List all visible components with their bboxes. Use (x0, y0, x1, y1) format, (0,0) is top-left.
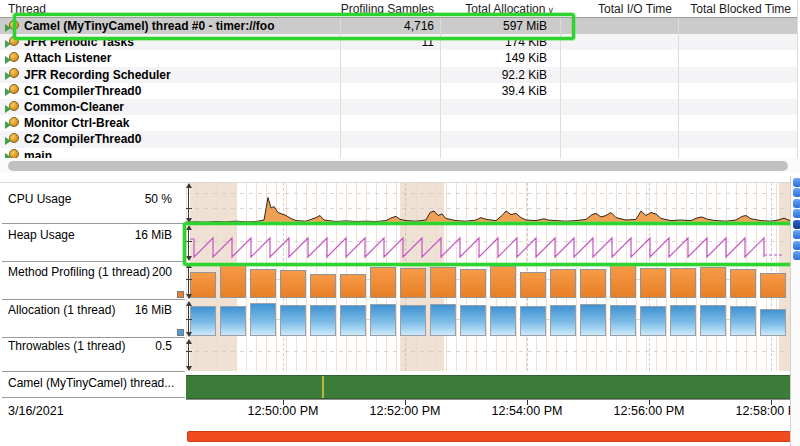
label-row-divider (2, 299, 185, 300)
graph-alloc[interactable] (186, 301, 790, 337)
axis-tick (186, 319, 192, 320)
graph-method[interactable] (186, 263, 790, 299)
alloc-bar[interactable] (220, 306, 246, 336)
method-bar[interactable] (430, 267, 456, 298)
axis-scale-label: 200 (152, 265, 172, 279)
alloc-bar[interactable] (430, 304, 456, 336)
label-row-divider (2, 397, 185, 398)
thread-name-cell: C1 CompilerThread0 (0, 84, 340, 98)
graph-cpu[interactable] (186, 183, 790, 223)
alloc-bar[interactable] (550, 305, 576, 336)
method-bar[interactable] (640, 268, 666, 298)
graph-label: Method Profiling (1 thread) (8, 265, 150, 279)
method-bar[interactable] (760, 273, 786, 298)
label-row-divider (2, 337, 185, 338)
time-axis-label: 12:52:00 PM (370, 404, 441, 418)
alloc-bar[interactable] (340, 305, 366, 336)
time-axis-label: 12:50:00 PM (248, 404, 319, 418)
annotation-box-selected-thread (13, 13, 575, 40)
method-bar[interactable] (220, 264, 246, 298)
thread-name: Attach Listener (24, 51, 111, 65)
thread-name-cell: Monitor Ctrl-Break (0, 116, 340, 130)
axis-tick (186, 351, 192, 352)
time-axis-label: 12:56:00 PM (614, 404, 685, 418)
method-bar[interactable] (460, 269, 486, 298)
method-bar[interactable] (280, 270, 306, 298)
time-axis-label: 12:54:00 PM (492, 404, 563, 418)
axis-scale-label: 16 MiB (135, 228, 172, 242)
thread-icon (5, 101, 20, 114)
scrollbar-thumb[interactable] (8, 161, 788, 171)
axis-tick (186, 208, 192, 209)
col-header-blocked[interactable]: Total Blocked Time (678, 2, 797, 16)
axis-scale-label: 16 MiB (135, 303, 172, 317)
axis-scale-label: 50 % (145, 192, 172, 206)
alloc-bar[interactable] (670, 305, 696, 336)
alloc-bar[interactable] (190, 306, 216, 336)
side-panel-icon[interactable] (793, 209, 800, 218)
alloc-bar[interactable] (310, 305, 336, 336)
method-bar[interactable] (250, 269, 276, 298)
method-bar[interactable] (700, 267, 726, 298)
alloc-bar[interactable] (730, 306, 756, 336)
thread-state-bar[interactable] (186, 375, 790, 399)
method-bar[interactable] (670, 268, 696, 298)
graph-label: CPU Usage (8, 192, 71, 206)
method-bar[interactable] (400, 268, 426, 298)
alloc-bar[interactable] (250, 303, 276, 336)
method-bar[interactable] (520, 272, 546, 298)
alloc-bar[interactable] (580, 304, 606, 336)
col-header-io[interactable]: Total I/O Time (560, 2, 678, 16)
allocation-cell: 39.4 KiB (440, 84, 560, 98)
graph-label: Allocation (1 thread) (8, 303, 115, 317)
series-color-chip (177, 291, 184, 298)
graph-thread[interactable] (186, 375, 790, 397)
thread-name-cell: Attach Listener (0, 51, 340, 65)
method-bar[interactable] (580, 269, 606, 298)
thread-icon (5, 52, 20, 65)
thread-name-cell: Common-Cleaner (0, 100, 340, 114)
alloc-bar[interactable] (460, 305, 486, 336)
label-row-divider (2, 261, 185, 262)
thread-icon (5, 68, 20, 81)
alloc-bar[interactable] (610, 305, 636, 336)
timeline-scrollbar-thumb[interactable] (187, 431, 791, 442)
alloc-bar[interactable] (520, 306, 546, 336)
method-bar[interactable] (490, 266, 516, 298)
thread-icon (5, 149, 20, 158)
method-bar[interactable] (370, 267, 396, 298)
side-panel-icon[interactable] (793, 178, 800, 187)
value-axis (188, 340, 189, 370)
alloc-bar[interactable] (490, 306, 516, 336)
allocation-cell: 92.2 KiB (440, 68, 560, 82)
alloc-bar[interactable] (280, 305, 306, 336)
alloc-bar[interactable] (640, 306, 666, 336)
thread-name-cell: JFR Recording Scheduler (0, 68, 340, 82)
thread-name-cell: C2 CompilerThread0 (0, 132, 340, 146)
thread-icon (5, 133, 20, 146)
method-bar[interactable] (610, 264, 636, 298)
method-bar[interactable] (730, 269, 756, 298)
side-panel-icon[interactable] (793, 220, 800, 229)
series-color-chip (177, 329, 184, 336)
profiler-window: Thread Profiling Samples Total Allocatio… (0, 0, 800, 446)
alloc-bar[interactable] (370, 304, 396, 336)
graph-throw[interactable] (186, 339, 790, 371)
side-panel-icon[interactable] (793, 230, 800, 239)
method-bar[interactable] (190, 272, 216, 298)
side-panel-icon[interactable] (793, 199, 800, 208)
method-bar[interactable] (310, 274, 336, 298)
side-panel-icon[interactable] (793, 188, 800, 197)
method-bar[interactable] (340, 274, 366, 298)
method-bar[interactable] (550, 269, 576, 298)
alloc-bar[interactable] (400, 305, 426, 336)
thread-name: JFR Recording Scheduler (24, 68, 171, 82)
thread-icon (5, 117, 20, 130)
thread-name: Monitor Ctrl-Break (24, 116, 129, 130)
value-axis (188, 184, 189, 222)
threads-table: Thread Profiling Samples Total Allocatio… (0, 0, 800, 174)
side-panel-icon[interactable] (793, 241, 800, 250)
side-panel-icon[interactable] (793, 251, 800, 260)
alloc-bar[interactable] (760, 309, 786, 336)
alloc-bar[interactable] (700, 305, 726, 336)
